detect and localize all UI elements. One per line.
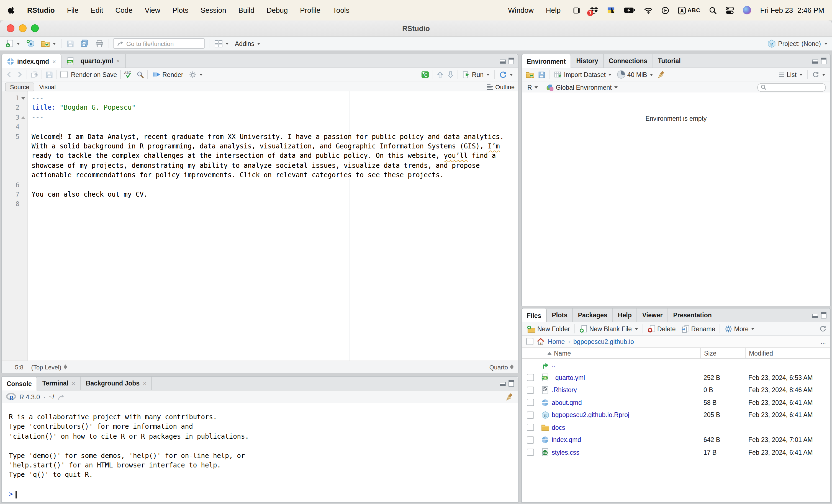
- delete-button[interactable]: Delete: [646, 324, 677, 334]
- file-checkbox[interactable]: [526, 412, 534, 419]
- menu-clock[interactable]: Fri Feb 23 2:46 PM: [760, 6, 824, 15]
- scope-selector[interactable]: (Top Level): [31, 364, 67, 370]
- column-header-modified[interactable]: Modified: [745, 348, 830, 359]
- spellcheck-icon[interactable]: ABC: [124, 70, 133, 79]
- maximize-pane-button[interactable]: [821, 58, 827, 64]
- menu-item-tools[interactable]: Tools: [333, 6, 349, 15]
- file-link[interactable]: about.qmd: [552, 399, 700, 406]
- file-link[interactable]: styles.css: [552, 449, 700, 456]
- render-settings-button[interactable]: [188, 70, 204, 79]
- close-tab-icon[interactable]: ×: [72, 380, 75, 387]
- menu-item-code[interactable]: Code: [115, 6, 132, 15]
- siri-icon[interactable]: [743, 6, 751, 15]
- insert-chunk-icon[interactable]: C: [421, 70, 429, 79]
- language-selector[interactable]: R: [526, 83, 539, 91]
- open-file-button[interactable]: [40, 39, 57, 48]
- tab-index-qmd[interactable]: index.qmd×: [2, 54, 61, 68]
- back-icon[interactable]: [5, 71, 13, 78]
- tab-packages[interactable]: Packages: [573, 309, 613, 322]
- tab-files[interactable]: Files: [522, 309, 547, 322]
- render-on-save-checkbox[interactable]: [60, 71, 68, 78]
- file-checkbox[interactable]: [526, 387, 534, 394]
- control-center-icon[interactable]: [726, 6, 734, 14]
- home-icon[interactable]: [537, 338, 545, 345]
- file-link[interactable]: _quarto.yml: [552, 374, 700, 381]
- menu-item-edit[interactable]: Edit: [91, 6, 103, 15]
- clear-console-icon[interactable]: [506, 393, 514, 401]
- mode-tab-source[interactable]: Source: [5, 82, 34, 91]
- file-link[interactable]: bgpopescu2.github.io.Rproj: [552, 412, 700, 419]
- file-checkbox[interactable]: [526, 424, 534, 431]
- tab-terminal[interactable]: Terminal×: [37, 377, 81, 390]
- addins-button[interactable]: Addins: [234, 39, 261, 47]
- menu-item-build[interactable]: Build: [238, 6, 255, 15]
- maximize-pane-button[interactable]: [821, 312, 827, 318]
- close-tab-icon[interactable]: ×: [143, 380, 147, 387]
- save-icon[interactable]: [46, 71, 53, 78]
- fold-down-icon[interactable]: [21, 97, 25, 100]
- file-link[interactable]: ..: [552, 362, 700, 369]
- pane-layout-button[interactable]: [213, 39, 230, 48]
- menu-item-view[interactable]: View: [145, 6, 160, 15]
- play-circle-icon[interactable]: [661, 6, 669, 14]
- breadcrumb-bgpopescu2-github-io[interactable]: bgpopescu2.github.io: [573, 338, 634, 345]
- spotlight-icon[interactable]: [709, 6, 717, 14]
- tab-tutorial[interactable]: Tutorial: [653, 54, 686, 68]
- source-document-button[interactable]: [498, 70, 514, 79]
- rename-button[interactable]: Rename: [680, 324, 717, 333]
- keyboard-flag-icon[interactable]: [607, 7, 615, 14]
- new-project-button[interactable]: R: [25, 39, 36, 48]
- apple-icon[interactable]: [8, 6, 15, 15]
- tab-plots[interactable]: Plots: [547, 309, 573, 322]
- open-in-new-window-icon[interactable]: [30, 71, 38, 78]
- tab--quarto-yml[interactable]: YML_quarto.yml×: [61, 54, 126, 68]
- menu-item-debug[interactable]: Debug: [267, 6, 288, 15]
- forward-icon[interactable]: [16, 71, 23, 78]
- environment-scope-selector[interactable]: Global Environment: [545, 83, 619, 92]
- goto-file-function-input[interactable]: Go to file/function: [113, 38, 205, 49]
- find-replace-icon[interactable]: [136, 71, 144, 78]
- file-checkbox[interactable]: [526, 374, 534, 381]
- menu-item-help[interactable]: Help: [546, 6, 561, 15]
- list-view-button[interactable]: List: [777, 71, 804, 78]
- menu-item-window[interactable]: Window: [508, 6, 534, 15]
- environment-search-input[interactable]: [757, 83, 826, 92]
- outline-toggle-button[interactable]: Outline: [486, 83, 515, 90]
- menu-item-plots[interactable]: Plots: [172, 6, 188, 15]
- tab-console[interactable]: Console: [2, 377, 37, 391]
- view-directory-icon[interactable]: [58, 394, 65, 400]
- more-button[interactable]: More: [723, 324, 756, 333]
- minimize-pane-button[interactable]: [500, 380, 506, 386]
- new-folder-button[interactable]: New Folder: [526, 324, 571, 333]
- wifi-icon[interactable]: [644, 7, 652, 14]
- run-next-icon[interactable]: [447, 71, 454, 78]
- load-workspace-icon[interactable]: [526, 71, 535, 78]
- print-button[interactable]: [94, 39, 105, 48]
- breadcrumb-home[interactable]: Home: [548, 338, 565, 345]
- minimize-pane-button[interactable]: [500, 58, 506, 64]
- file-checkbox[interactable]: [526, 449, 534, 456]
- new-blank-file-button[interactable]: New Blank File: [578, 324, 639, 334]
- menu-item-rstudio[interactable]: RStudio: [27, 6, 55, 15]
- save-button[interactable]: [66, 39, 75, 48]
- project-menu-button[interactable]: R Project: (None): [767, 39, 828, 48]
- mode-tab-visual[interactable]: Visual: [34, 83, 61, 90]
- console-body[interactable]: R is a collaborative project with many c…: [2, 403, 518, 502]
- maximize-pane-button[interactable]: [509, 58, 514, 64]
- file-checkbox[interactable]: [526, 436, 534, 444]
- run-previous-icon[interactable]: [437, 71, 444, 78]
- file-link[interactable]: .Rhistory: [552, 387, 700, 394]
- clear-environment-icon[interactable]: [657, 70, 665, 79]
- column-header-name[interactable]: Name: [522, 350, 700, 356]
- code-editor[interactable]: 1---2title: "Bogdan G. Popescu"3---4 5We…: [2, 91, 518, 361]
- memory-usage-button[interactable]: 40 MiB: [616, 70, 654, 79]
- close-tab-icon[interactable]: ×: [52, 58, 56, 64]
- menu-item-session[interactable]: Session: [201, 6, 226, 15]
- maximize-pane-button[interactable]: [509, 380, 514, 387]
- run-button[interactable]: Run: [462, 70, 491, 79]
- refresh-files-icon[interactable]: [819, 325, 827, 332]
- dropbox-icon[interactable]: 1: [590, 6, 598, 14]
- input-source-icon[interactable]: AABC: [678, 6, 700, 14]
- tab-help[interactable]: Help: [613, 309, 637, 322]
- fold-up-icon[interactable]: [21, 116, 25, 119]
